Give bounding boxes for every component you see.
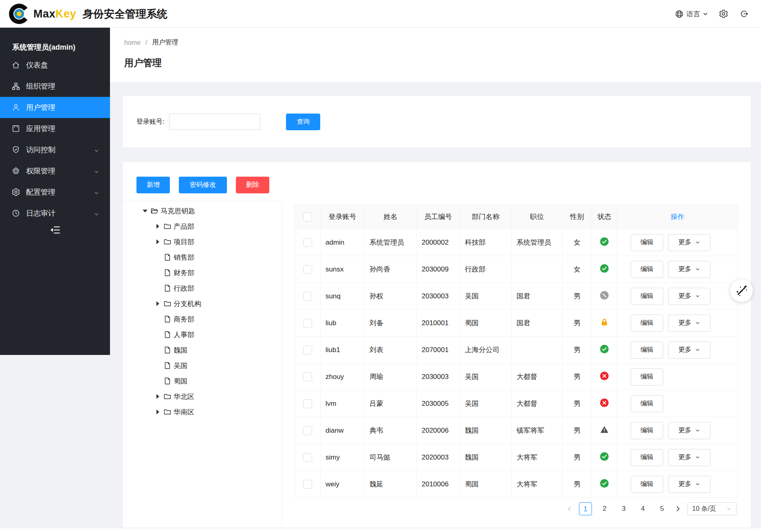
folder-icon	[163, 222, 172, 230]
magic-wand-button[interactable]	[730, 279, 753, 302]
cell-name: 司马懿	[365, 444, 417, 471]
login-account-input[interactable]	[169, 114, 260, 130]
edit-button[interactable]: 编辑	[631, 476, 663, 493]
tree-node[interactable]: 华南区	[123, 404, 282, 420]
cell-actions: 编辑更多	[617, 310, 738, 337]
row-checkbox[interactable]	[303, 480, 312, 489]
users-table: 登录账号 姓名 员工编号 部门名称 职位 性别 状态 操作 admin系统管理员…	[295, 204, 738, 498]
sidebar-item-organizations[interactable]: 组织管理	[0, 76, 110, 97]
cell-actions: 编辑更多	[617, 256, 738, 283]
change-password-button[interactable]: 密码修改	[179, 177, 227, 193]
more-button[interactable]: 更多	[668, 342, 710, 359]
more-button[interactable]: 更多	[668, 234, 710, 251]
tree-node-label: 销售部	[174, 253, 194, 262]
page-number-1[interactable]: 1	[579, 502, 592, 515]
logout-button[interactable]	[739, 9, 749, 19]
row-checkbox[interactable]	[303, 453, 312, 462]
cell-login-account: lvm	[321, 390, 365, 417]
tree-node[interactable]: 财务部	[123, 265, 282, 280]
cell-department: 魏国	[460, 417, 512, 444]
tree-node[interactable]: 吴国	[123, 358, 282, 373]
page-number-5[interactable]: 5	[655, 502, 669, 515]
tree-node[interactable]: 蜀国	[123, 373, 282, 389]
row-checkbox[interactable]	[303, 292, 312, 301]
more-button[interactable]: 更多	[668, 261, 710, 278]
sidebar-item-permissions[interactable]: 权限管理	[0, 160, 110, 182]
row-checkbox[interactable]	[303, 399, 312, 408]
page-number-4[interactable]: 4	[636, 502, 649, 515]
settings-button[interactable]	[719, 9, 728, 19]
page-size-select[interactable]: 10 条/页	[687, 502, 737, 515]
row-checkbox[interactable]	[303, 265, 312, 274]
row-checkbox[interactable]	[303, 372, 312, 381]
row-checkbox[interactable]	[303, 346, 312, 355]
edit-button[interactable]: 编辑	[631, 449, 663, 466]
add-button[interactable]: 新增	[136, 177, 170, 193]
col-gender: 性别	[563, 205, 592, 229]
tree-node[interactable]: 行政部	[123, 280, 282, 296]
tree-node[interactable]: 华北区	[123, 389, 282, 404]
row-checkbox[interactable]	[303, 426, 312, 435]
tree-node[interactable]: 分支机构	[123, 296, 282, 311]
sidebar-item-dashboard[interactable]: 仪表盘	[0, 55, 110, 76]
more-button[interactable]: 更多	[668, 288, 710, 305]
chevron-down-icon	[726, 506, 732, 512]
sidebar-item-configuration[interactable]: 配置管理	[0, 182, 110, 203]
language-menu[interactable]: 语言	[675, 9, 708, 19]
row-checkbox[interactable]	[303, 319, 312, 328]
cell-login-account: admin	[321, 229, 365, 256]
caret-right-icon[interactable]	[156, 409, 161, 414]
sidebar-item-audit-logs[interactable]: 日志审计	[0, 203, 110, 224]
breadcrumb: home / 用户管理	[124, 38, 761, 47]
tree-node[interactable]: 马克思钥匙	[123, 203, 282, 219]
sidebar-item-users[interactable]: 用户管理	[0, 97, 110, 118]
chevron-down-icon	[703, 11, 708, 17]
caret-right-icon[interactable]	[156, 239, 161, 244]
more-button[interactable]: 更多	[668, 422, 710, 439]
chevron-down-icon	[94, 210, 99, 216]
more-button[interactable]: 更多	[668, 476, 710, 493]
edit-button[interactable]: 编辑	[631, 288, 663, 305]
tree-node[interactable]: 魏国	[123, 342, 282, 358]
edit-button[interactable]: 编辑	[631, 315, 663, 332]
caret-right-icon[interactable]	[156, 394, 161, 399]
query-button[interactable]: 查询	[286, 114, 320, 130]
more-button[interactable]: 更多	[668, 449, 710, 466]
select-all-checkbox[interactable]	[303, 212, 312, 221]
col-status: 状态	[592, 205, 617, 229]
sidebar-item-applications[interactable]: 应用管理	[0, 118, 110, 139]
row-checkbox-cell	[295, 283, 321, 310]
login-account-label: 登录账号:	[136, 118, 164, 126]
menu-fold-icon[interactable]	[49, 224, 61, 236]
sidebar-item-access-control[interactable]: 访问控制	[0, 139, 110, 160]
row-checkbox[interactable]	[303, 238, 312, 247]
cell-employee-no: 2020006	[417, 417, 460, 444]
page-number-3[interactable]: 3	[617, 502, 630, 515]
edit-button[interactable]: 编辑	[631, 422, 663, 439]
cell-status	[592, 256, 617, 283]
tree-node[interactable]: 项目部	[123, 234, 282, 250]
caret-right-icon[interactable]	[156, 224, 161, 229]
tree-node[interactable]: 产品部	[123, 219, 282, 234]
delete-button[interactable]: 删除	[236, 177, 269, 193]
edit-button[interactable]: 编辑	[631, 342, 663, 359]
edit-button[interactable]: 编辑	[631, 368, 663, 385]
tree-node[interactable]: 商务部	[123, 311, 282, 327]
caret-placeholder	[156, 286, 161, 291]
tree-node[interactable]: 人事部	[123, 327, 282, 342]
edit-button[interactable]: 编辑	[631, 395, 663, 412]
next-page-icon[interactable]	[675, 506, 681, 512]
more-button[interactable]: 更多	[668, 315, 710, 332]
chevron-down-icon	[695, 293, 700, 299]
tree-node[interactable]: 销售部	[123, 250, 282, 265]
tree-node-label: 魏国	[174, 346, 187, 355]
edit-button[interactable]: 编辑	[631, 234, 663, 251]
page-number-2[interactable]: 2	[598, 502, 611, 515]
caret-placeholder	[156, 379, 161, 383]
prev-page-icon[interactable]	[566, 506, 573, 512]
breadcrumb-home[interactable]: home	[124, 39, 141, 46]
cell-gender: 女	[563, 229, 592, 256]
caret-down-icon[interactable]	[143, 208, 147, 213]
edit-button[interactable]: 编辑	[631, 261, 663, 278]
caret-right-icon[interactable]	[156, 301, 161, 306]
